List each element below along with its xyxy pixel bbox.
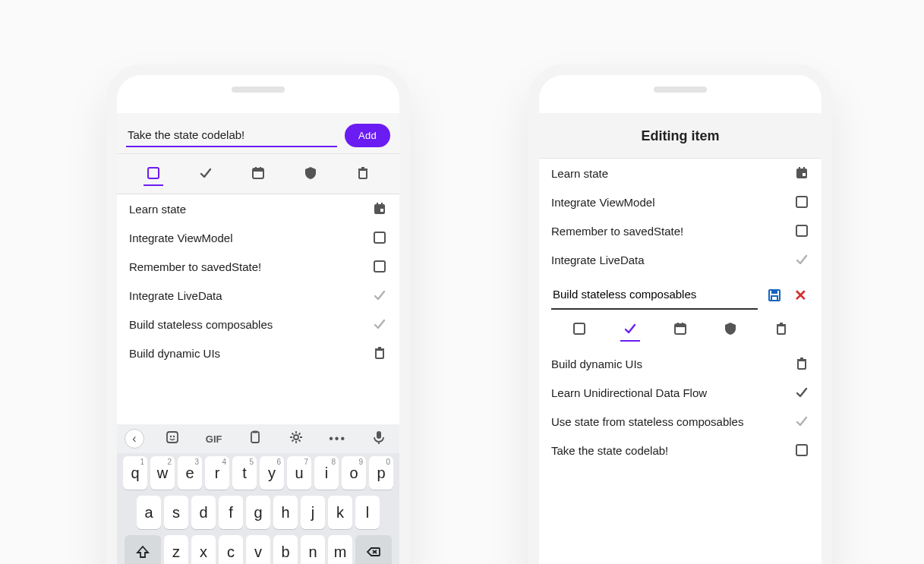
- todo-list: Learn stateIntegrate ViewModelRemember t…: [117, 194, 399, 367]
- square-icon[interactable]: [571, 317, 588, 340]
- item-label: Take the state codelab!: [551, 444, 668, 457]
- mic-icon[interactable]: [366, 430, 392, 448]
- add-button[interactable]: Add: [345, 124, 390, 147]
- key-d[interactable]: d: [191, 496, 216, 529]
- key-e[interactable]: e3: [178, 456, 202, 490]
- gif-icon[interactable]: GIF: [201, 433, 227, 445]
- item-label: Remember to savedState!: [551, 225, 683, 238]
- phone-speaker: [654, 87, 707, 93]
- key-q[interactable]: q1: [123, 456, 147, 490]
- edit-header: Editing item: [539, 113, 822, 159]
- shift-key[interactable]: [125, 535, 161, 564]
- key-i[interactable]: i8: [314, 456, 339, 490]
- sticker-icon[interactable]: [159, 430, 185, 448]
- key-s[interactable]: s: [164, 496, 188, 529]
- key-g[interactable]: g: [246, 496, 270, 529]
- list-item[interactable]: Build dynamic UIs: [539, 349, 822, 378]
- square-icon: [794, 194, 809, 210]
- square-icon: [372, 230, 387, 245]
- calendar-filled-icon: [372, 201, 387, 216]
- shield-icon[interactable]: [302, 162, 319, 184]
- key-m[interactable]: m: [328, 535, 352, 564]
- key-u[interactable]: u7: [287, 456, 311, 490]
- save-icon[interactable]: [765, 288, 784, 303]
- item-label: Use state from stateless composables: [551, 415, 743, 428]
- item-label: Integrate LiveData: [129, 289, 222, 302]
- icon-tab-row: [117, 154, 399, 194]
- key-p[interactable]: p0: [369, 456, 393, 490]
- calendar-filled-icon: [794, 165, 809, 181]
- icon-tab-row: [551, 310, 809, 346]
- key-f[interactable]: f: [219, 496, 243, 529]
- item-label: Learn state: [551, 167, 608, 180]
- list-item[interactable]: Remember to savedState!: [117, 252, 399, 281]
- trash-icon[interactable]: [773, 317, 790, 340]
- list-item[interactable]: Integrate ViewModel: [539, 187, 822, 216]
- key-k[interactable]: k: [328, 496, 352, 529]
- list-item[interactable]: Integrate ViewModel: [117, 223, 399, 252]
- item-label: Integrate LiveData: [551, 254, 645, 266]
- list-item[interactable]: Take the state codelab!: [539, 436, 822, 465]
- list-item[interactable]: Use state from stateless composables: [539, 407, 822, 436]
- phone-add-screen: Add Learn stateIntegrate ViewModelRememb…: [106, 65, 410, 564]
- key-j[interactable]: j: [301, 496, 325, 529]
- todo-input[interactable]: [126, 124, 337, 147]
- key-v[interactable]: v: [246, 535, 270, 564]
- list-item[interactable]: Build stateless composables: [117, 310, 399, 339]
- square-icon: [794, 443, 809, 458]
- list-item[interactable]: Learn state: [117, 194, 399, 223]
- list-item[interactable]: Integrate LiveData: [539, 245, 822, 274]
- item-label: Learn Unidirectional Data Flow: [551, 386, 707, 399]
- check-dim-icon: [372, 317, 387, 332]
- more-icon[interactable]: •••: [325, 432, 351, 446]
- trash-icon[interactable]: [355, 162, 371, 184]
- check-dim-icon: [372, 288, 387, 303]
- check-dim-icon: [794, 252, 809, 267]
- item-label: Integrate ViewModel: [551, 196, 654, 209]
- square-icon: [794, 223, 809, 238]
- list-item[interactable]: Integrate LiveData: [117, 281, 399, 310]
- shield-icon[interactable]: [722, 317, 739, 340]
- key-l[interactable]: l: [355, 496, 380, 529]
- trash-icon: [372, 345, 387, 361]
- key-c[interactable]: c: [219, 535, 243, 564]
- list-item[interactable]: Learn Unidirectional Data Flow: [539, 378, 822, 407]
- item-label: Learn state: [129, 203, 186, 216]
- item-label: Integrate ViewModel: [129, 232, 232, 244]
- square-icon[interactable]: [145, 162, 162, 184]
- list-item[interactable]: Remember to savedState!: [539, 216, 822, 245]
- phone-edit-screen: Editing item Learn stateIntegrate ViewMo…: [528, 65, 832, 564]
- key-y[interactable]: y6: [260, 456, 284, 490]
- clipboard-icon[interactable]: [242, 430, 268, 448]
- edit-input[interactable]: [551, 280, 758, 310]
- trash-icon: [794, 356, 809, 371]
- check-icon[interactable]: [622, 317, 639, 340]
- settings-icon[interactable]: [283, 430, 309, 448]
- item-label: Build stateless composables: [129, 318, 273, 331]
- list-item[interactable]: Learn state: [539, 159, 822, 187]
- key-o[interactable]: o9: [342, 456, 366, 490]
- edit-row: ✕: [539, 274, 822, 349]
- cancel-icon[interactable]: ✕: [791, 286, 809, 304]
- key-t[interactable]: t5: [232, 456, 257, 490]
- key-w[interactable]: w2: [150, 456, 175, 490]
- key-z[interactable]: z: [164, 535, 188, 564]
- input-bar: Add: [117, 113, 399, 154]
- calendar-icon[interactable]: [672, 317, 689, 340]
- key-b[interactable]: b: [273, 535, 298, 564]
- item-label: Build dynamic UIs: [551, 358, 642, 370]
- key-n[interactable]: n: [301, 535, 325, 564]
- key-a[interactable]: a: [137, 496, 161, 529]
- item-label: Build dynamic UIs: [129, 347, 220, 360]
- key-h[interactable]: h: [273, 496, 298, 529]
- key-r[interactable]: r4: [205, 456, 229, 490]
- phone-speaker: [232, 87, 285, 93]
- calendar-icon[interactable]: [250, 162, 266, 184]
- square-icon: [372, 259, 387, 274]
- list-item[interactable]: Build dynamic UIs: [117, 339, 399, 367]
- kb-collapse-icon[interactable]: ‹: [125, 429, 144, 449]
- item-label: Remember to savedState!: [129, 260, 261, 273]
- check-icon[interactable]: [197, 162, 214, 184]
- key-x[interactable]: x: [191, 535, 216, 564]
- backspace-key[interactable]: [355, 535, 392, 564]
